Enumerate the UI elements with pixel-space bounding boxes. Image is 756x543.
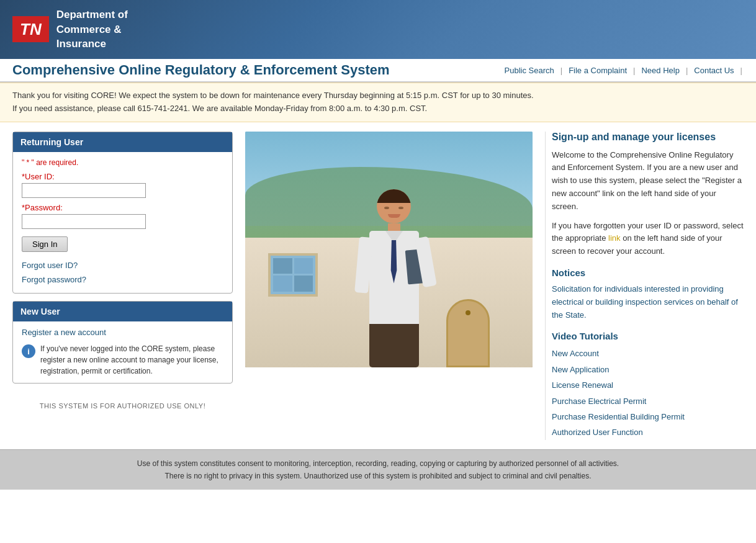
video-links-list: New Account New Application License Rene… bbox=[552, 346, 744, 439]
dept-line2: Commerce & bbox=[56, 22, 128, 37]
nav-public-search[interactable]: Public Search bbox=[500, 65, 559, 76]
header: TN Department of Commerce & Insurance bbox=[0, 0, 756, 59]
new-user-content: Register a new account i If you've never… bbox=[13, 321, 232, 383]
dept-line3: Insurance bbox=[56, 37, 128, 52]
person-figure bbox=[369, 171, 419, 367]
nav-sep-3: | bbox=[685, 66, 689, 75]
notice-banner: Thank you for visiting CORE! We expect t… bbox=[0, 83, 756, 122]
footer-line2: There is no right to privacy in this sys… bbox=[12, 470, 744, 482]
video-link-new-account[interactable]: New Account bbox=[552, 346, 744, 361]
notice-line1: Thank you for visiting CORE! We expect t… bbox=[12, 89, 744, 102]
person-tie bbox=[390, 240, 398, 284]
video-link-residential-permit[interactable]: Purchase Residential Building Permit bbox=[552, 410, 744, 424]
video-link-new-application[interactable]: New Application bbox=[552, 362, 744, 377]
left-panel: Returning User " * " are required. *User… bbox=[12, 132, 233, 440]
footer: Use of this system constitutes consent t… bbox=[0, 449, 756, 490]
signup-para2: If you have forgotten your user ID or pa… bbox=[552, 220, 744, 258]
nav-need-help[interactable]: Need Help bbox=[636, 65, 684, 76]
info-text: If you've never logged into the CORE sys… bbox=[40, 343, 223, 377]
authorized-use-text: THIS SYSTEM IS FOR AUTHORIZED USE ONLY! bbox=[12, 402, 233, 410]
nav-sep-1: | bbox=[559, 66, 564, 75]
nav-sep-4: | bbox=[739, 66, 744, 75]
signup-heading: Sign-up and manage your licenses bbox=[552, 132, 744, 143]
password-label: *Password: bbox=[22, 203, 223, 212]
center-image bbox=[245, 132, 533, 440]
forgot-user-id-link[interactable]: Forgot user ID? bbox=[22, 258, 223, 272]
video-link-authorized-user[interactable]: Authorized User Function bbox=[552, 425, 744, 439]
main-content: Returning User " * " are required. *User… bbox=[0, 122, 756, 449]
notices-link[interactable]: Solicitation for individuals interested … bbox=[552, 283, 744, 321]
person-body bbox=[369, 231, 419, 324]
logo: TN Department of Commerce & Insurance bbox=[12, 7, 128, 52]
password-input[interactable] bbox=[22, 214, 146, 229]
person-hair bbox=[377, 189, 411, 203]
returning-user-content: " * " are required. *User ID: *Password:… bbox=[13, 152, 232, 294]
doorknob bbox=[466, 310, 470, 315]
page-title: Comprehensive Online Regulatory & Enforc… bbox=[12, 62, 390, 78]
person-pants bbox=[369, 324, 419, 367]
hero-image bbox=[245, 132, 533, 367]
person-neck bbox=[388, 223, 400, 231]
new-user-header: New User bbox=[13, 302, 232, 321]
nav-links: Public Search | File a Complaint | Need … bbox=[500, 65, 744, 76]
footer-line1: Use of this system constitutes consent t… bbox=[12, 457, 744, 470]
returning-user-header: Returning User bbox=[13, 132, 232, 152]
signup-link[interactable]: link bbox=[608, 233, 621, 243]
person-eye-right bbox=[398, 207, 403, 209]
dept-text: Department of Commerce & Insurance bbox=[56, 7, 128, 52]
video-tutorials-heading: Video Tutorials bbox=[552, 331, 744, 341]
required-note: " * " are required. bbox=[22, 158, 223, 167]
person-eye-left bbox=[384, 207, 389, 209]
register-account-link[interactable]: Register a new account bbox=[22, 328, 106, 337]
tn-logo: TN bbox=[12, 16, 49, 42]
door bbox=[446, 299, 490, 367]
right-panel: Sign-up and manage your licenses Welcome… bbox=[545, 132, 744, 440]
notices-heading: Notices bbox=[552, 267, 744, 278]
window-pane bbox=[294, 258, 313, 274]
person-head bbox=[377, 189, 411, 223]
window-left bbox=[268, 253, 318, 297]
nav-bar: Comprehensive Online Regulatory & Enforc… bbox=[0, 59, 756, 83]
window-pane bbox=[273, 258, 292, 274]
new-user-box: New User Register a new account i If you… bbox=[12, 301, 233, 384]
returning-user-box: Returning User " * " are required. *User… bbox=[12, 132, 233, 294]
nav-file-complaint[interactable]: File a Complaint bbox=[564, 65, 632, 76]
nav-contact-us[interactable]: Contact Us bbox=[689, 65, 739, 76]
window-pane bbox=[294, 276, 313, 292]
signup-para1: Welcome to the Comprehensive Online Regu… bbox=[552, 149, 744, 213]
video-link-electrical-permit[interactable]: Purchase Electrical Permit bbox=[552, 394, 744, 408]
info-icon: i bbox=[22, 344, 35, 358]
nav-sep-2: | bbox=[632, 66, 636, 75]
person-mouth bbox=[388, 214, 400, 218]
video-link-license-renewal[interactable]: License Renewal bbox=[552, 378, 744, 392]
forgot-links: Forgot user ID? Forgot password? bbox=[22, 258, 223, 287]
sign-in-button[interactable]: Sign In bbox=[22, 236, 68, 252]
dept-line1: Department of bbox=[56, 7, 128, 22]
info-box: i If you've never logged into the CORE s… bbox=[22, 343, 223, 377]
user-id-label: *User ID: bbox=[22, 172, 223, 181]
forgot-password-link[interactable]: Forgot password? bbox=[22, 272, 223, 287]
window-pane bbox=[273, 276, 292, 292]
user-id-input[interactable] bbox=[22, 183, 146, 198]
notice-line2: If you need assistance, please call 615-… bbox=[12, 102, 744, 115]
